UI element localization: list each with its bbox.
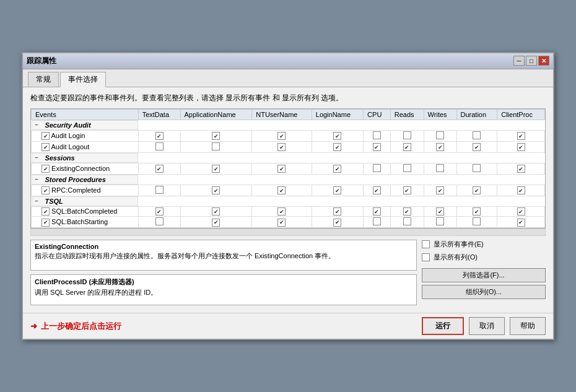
col-checkbox[interactable] <box>155 142 164 150</box>
col-appname: ApplicationName <box>180 109 252 120</box>
col-checkbox[interactable] <box>155 217 164 225</box>
help-button[interactable]: 帮助 <box>510 317 546 335</box>
maximize-button[interactable]: □ <box>526 56 537 66</box>
col-checkbox[interactable] <box>277 143 286 151</box>
col-checkbox[interactable] <box>212 142 220 150</box>
col-checkbox[interactable] <box>333 143 341 151</box>
col-checkbox[interactable] <box>212 219 220 227</box>
col-checkbox[interactable] <box>403 164 411 172</box>
col-checkbox[interactable] <box>403 131 411 139</box>
col-checkbox[interactable] <box>333 132 341 140</box>
info-panels: ExistingConnection 指示在启动跟踪时现有用户连接的属性。服务器… <box>30 240 546 305</box>
events-table-container[interactable]: Events TextData ApplicationName NTUserNa… <box>30 108 546 229</box>
row-select-checkbox[interactable] <box>41 207 50 216</box>
col-checkbox[interactable] <box>277 207 286 216</box>
col-checkbox[interactable] <box>333 186 341 194</box>
col-events: Events <box>32 109 139 120</box>
col-checkbox[interactable] <box>373 186 381 194</box>
col-checkbox[interactable] <box>155 165 164 173</box>
col-checkbox[interactable] <box>277 132 286 140</box>
column-description-title: ClientProcessID (未应用筛选器) <box>35 277 412 287</box>
tab-event-selection[interactable]: 事件选择 <box>60 72 106 87</box>
tab-general[interactable]: 常规 <box>28 72 59 87</box>
col-checkbox[interactable] <box>517 143 525 151</box>
table-row: − Stored Procedures <box>32 174 545 185</box>
group-collapse-icon[interactable]: − <box>35 176 38 183</box>
events-table: Events TextData ApplicationName NTUserNa… <box>31 109 545 229</box>
col-checkbox[interactable] <box>277 186 286 194</box>
col-checkbox[interactable] <box>155 186 164 194</box>
event-description-text: 指示在启动跟踪时现有用户连接的属性。服务器对每个用户连接数发一个 Existin… <box>35 251 412 261</box>
show-all-events-row: 显示所有事件(E) <box>422 240 546 249</box>
col-checkbox[interactable] <box>373 207 381 216</box>
col-checkbox[interactable] <box>403 207 411 216</box>
col-checkbox[interactable] <box>403 186 411 194</box>
organize-columns-button[interactable]: 组织列(O)... <box>422 285 546 299</box>
bottom-bar: ➜上一步确定后点击运行 运行 取消 帮助 <box>23 313 553 339</box>
col-checkbox[interactable] <box>473 207 481 216</box>
row-select-checkbox[interactable] <box>41 219 50 227</box>
col-checkbox[interactable] <box>436 143 444 151</box>
col-checkbox[interactable] <box>517 165 525 173</box>
show-all-columns-checkbox[interactable] <box>422 253 430 261</box>
row-select-checkbox[interactable] <box>41 186 50 194</box>
run-button[interactable]: 运行 <box>422 317 464 335</box>
col-checkbox[interactable] <box>333 207 341 216</box>
col-checkbox[interactable] <box>373 143 381 151</box>
group-collapse-icon[interactable]: − <box>35 121 38 128</box>
hint-text: ➜上一步确定后点击运行 <box>30 321 422 332</box>
col-checkbox[interactable] <box>373 164 381 172</box>
col-checkbox[interactable] <box>212 165 220 173</box>
col-checkbox[interactable] <box>436 217 444 225</box>
col-checkbox[interactable] <box>403 143 411 151</box>
col-checkbox[interactable] <box>155 207 164 216</box>
column-description-text: 调用 SQL Server 的应用程序的进程 ID。 <box>35 288 412 297</box>
row-select-checkbox[interactable] <box>41 143 50 151</box>
col-duration: Duration <box>456 109 497 120</box>
table-row: SQL:BatchStarting <box>32 217 545 228</box>
col-checkbox[interactable] <box>436 207 444 216</box>
column-filter-button[interactable]: 列筛选器(F)... <box>422 268 546 282</box>
col-writes: Writes <box>424 109 456 120</box>
col-checkbox[interactable] <box>436 164 444 172</box>
col-checkbox[interactable] <box>373 131 381 139</box>
col-checkbox[interactable] <box>277 165 286 173</box>
col-checkbox[interactable] <box>517 219 525 227</box>
group-collapse-icon[interactable]: − <box>35 198 38 204</box>
col-checkbox[interactable] <box>403 217 411 225</box>
col-textdata: TextData <box>138 109 180 120</box>
col-checkbox[interactable] <box>436 131 444 139</box>
show-all-events-checkbox[interactable] <box>422 240 430 248</box>
col-checkbox[interactable] <box>333 219 341 227</box>
col-checkbox[interactable] <box>277 219 286 227</box>
col-checkbox[interactable] <box>517 207 525 216</box>
close-button[interactable]: ✕ <box>538 56 549 66</box>
table-header-row: Events TextData ApplicationName NTUserNa… <box>32 109 545 120</box>
titlebar-controls: ─ □ ✕ <box>513 56 549 66</box>
content-area: 检查选定要跟踪的事件和事件列。要查看完整列表，请选择 显示所有事件 和 显示所有… <box>23 87 553 311</box>
description-text: 检查选定要跟踪的事件和事件列。要查看完整列表，请选择 显示所有事件 和 显示所有… <box>30 92 546 103</box>
col-checkbox[interactable] <box>473 143 481 151</box>
show-all-columns-row: 显示所有列(O) <box>422 253 546 262</box>
col-checkbox[interactable] <box>155 132 164 140</box>
col-checkbox[interactable] <box>473 131 481 139</box>
col-checkbox[interactable] <box>473 186 481 194</box>
col-checkbox[interactable] <box>212 186 220 194</box>
table-row: RPC:Completed <box>32 185 545 196</box>
minimize-button[interactable]: ─ <box>513 56 525 66</box>
col-checkbox[interactable] <box>373 217 381 225</box>
col-checkbox[interactable] <box>473 217 481 225</box>
cancel-button[interactable]: 取消 <box>469 317 505 335</box>
col-checkbox[interactable] <box>517 186 525 194</box>
col-checkbox[interactable] <box>517 132 525 140</box>
col-checkbox[interactable] <box>333 165 341 173</box>
row-select-checkbox[interactable] <box>41 132 50 140</box>
col-checkbox[interactable] <box>436 186 444 194</box>
col-checkbox[interactable] <box>212 207 220 216</box>
col-checkbox[interactable] <box>212 132 220 140</box>
row-select-checkbox[interactable] <box>41 165 50 173</box>
horizontal-scrollbar[interactable] <box>30 229 546 236</box>
col-checkbox[interactable] <box>473 164 481 172</box>
bottom-buttons: 运行 取消 帮助 <box>422 317 546 335</box>
group-collapse-icon[interactable]: − <box>35 154 38 161</box>
